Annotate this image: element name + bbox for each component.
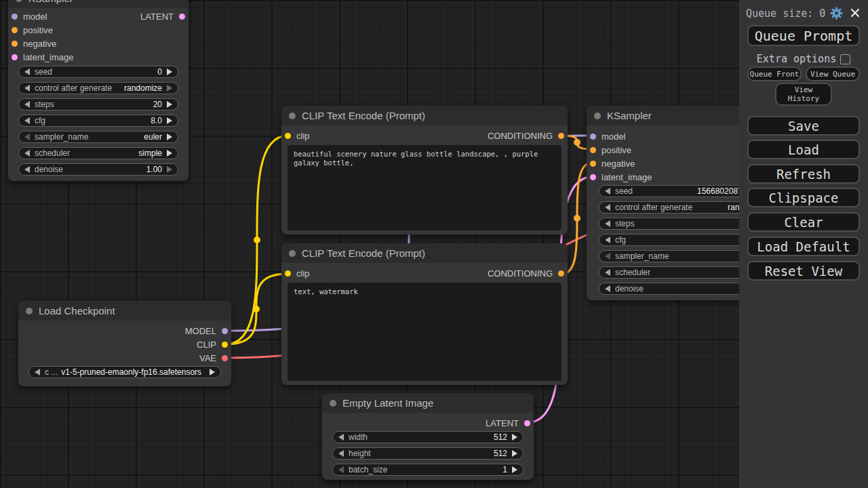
collapse-dot-icon[interactable] [289,250,296,257]
decrement-arrow-icon[interactable] [24,117,30,124]
decrement-arrow-icon[interactable] [605,253,610,260]
increment-arrow-icon[interactable] [167,117,172,124]
input-port-model[interactable] [12,14,18,20]
collapse-dot-icon[interactable] [16,0,22,2]
widget-steps[interactable]: steps 20 [18,98,178,110]
reset-view-button[interactable]: Reset View [747,261,860,281]
queue-prompt-button[interactable]: Queue Prompt [747,25,860,46]
load-default-button[interactable]: Load Default [747,237,860,256]
settings-gear-icon[interactable] [830,7,843,20]
collapse-dot-icon[interactable] [330,400,336,407]
input-port-negative[interactable] [12,41,18,47]
output-port-latent[interactable] [179,14,185,20]
close-icon[interactable] [850,7,861,18]
port-label: positive [601,145,631,155]
increment-arrow-icon[interactable] [210,369,215,375]
decrement-arrow-icon[interactable] [605,237,610,243]
decrement-arrow-icon[interactable] [605,188,610,195]
decrement-arrow-icon[interactable] [605,204,610,211]
decrement-arrow-icon[interactable] [605,285,610,292]
node-title-bar[interactable]: Empty Latent Image [322,393,534,413]
output-port-conditioning[interactable] [558,133,564,139]
prompt-textarea[interactable]: text, watermark [288,283,561,381]
output-port-latent[interactable] [524,420,530,426]
decrement-arrow-icon[interactable] [605,220,610,227]
input-port-negative[interactable] [590,161,596,167]
widget-batch-size[interactable]: batch_size 1 [332,464,524,476]
node-load-checkpoint[interactable]: Load Checkpoint MODEL CLIP VAE c ... v1-… [18,301,231,386]
widget-value: randomize [112,83,167,93]
clipspace-button[interactable]: Clipspace [747,188,860,207]
output-port-clip[interactable] [222,342,228,348]
decrement-arrow-icon[interactable] [24,166,30,173]
increment-arrow-icon[interactable] [512,466,517,473]
decrement-arrow-icon[interactable] [24,134,30,140]
widget-height[interactable]: height 512 [332,447,524,460]
node-title-bar[interactable]: CLIP Text Encode (Prompt) [281,243,568,263]
output-row-clip: CLIP [193,338,231,351]
clear-button[interactable]: Clear [747,212,860,232]
input-port-positive[interactable] [12,27,18,33]
increment-arrow-icon[interactable] [512,450,517,457]
input-port-model[interactable] [590,134,596,140]
widget-denoise[interactable]: denoise 1.00 [18,163,178,176]
decrement-arrow-icon[interactable] [338,466,344,473]
decrement-arrow-icon[interactable] [24,68,30,75]
output-port-conditioning[interactable] [558,270,564,277]
node-title-bar[interactable]: Load Checkpoint [18,301,231,321]
widget-seed[interactable]: seed 0 [18,66,178,78]
decrement-arrow-icon[interactable] [24,150,30,157]
increment-arrow-icon[interactable] [167,134,172,140]
decrement-arrow-icon[interactable] [24,101,30,108]
node-ksampler-left[interactable]: KSampler model positive negative latent_… [8,0,189,181]
widget-label: control after generate [35,83,112,93]
decrement-arrow-icon[interactable] [24,85,30,92]
queue-front-button[interactable]: Queue Front [747,66,802,81]
input-row-latent-image: latent_image [587,170,655,184]
extra-options-checkbox[interactable] [840,54,850,64]
collapse-dot-icon[interactable] [289,113,296,119]
collapse-dot-icon[interactable] [594,113,601,119]
load-button[interactable]: Load [747,140,860,159]
view-queue-button[interactable]: View Queue [806,66,860,81]
widget-width[interactable]: width 512 [332,431,524,443]
increment-arrow-icon[interactable] [167,68,172,75]
increment-arrow-icon[interactable] [167,166,172,173]
widget-ckpt-name[interactable]: c ... v1-5-pruned-emaonly-fp16.safetenso… [28,366,221,378]
node-title-bar[interactable]: CLIP Text Encode (Prompt) [281,106,568,125]
decrement-arrow-icon[interactable] [338,450,344,457]
port-label: negative [23,39,56,49]
widget-scheduler[interactable]: scheduler simple [18,147,178,159]
input-port-positive[interactable] [590,147,596,153]
increment-arrow-icon[interactable] [512,434,517,441]
widget-cfg[interactable]: cfg 8.0 [18,115,178,127]
widget-label: scheduler [35,148,70,158]
output-row-model: MODEL [182,324,231,338]
increment-arrow-icon[interactable] [167,150,172,157]
decrement-arrow-icon[interactable] [605,269,610,276]
port-label: positive [23,25,53,35]
decrement-arrow-icon[interactable] [338,434,344,441]
view-history-button[interactable]: View History [775,83,832,106]
save-button[interactable]: Save [747,116,860,136]
increment-arrow-icon[interactable] [167,85,172,92]
node-title-bar[interactable]: KSampler [8,0,189,8]
widget-sampler-name[interactable]: sampler_name euler [18,131,178,143]
decrement-arrow-icon[interactable] [35,369,40,375]
output-port-vae[interactable] [222,355,228,361]
input-port-latent-image[interactable] [590,174,596,180]
input-port-clip[interactable] [285,133,291,139]
node-clip-text-encode-positive[interactable]: CLIP Text Encode (Prompt) clip CONDITION… [281,106,568,235]
widget-control-after-generate[interactable]: control after generate randomize [18,82,178,94]
prompt-textarea[interactable]: beautiful scenery nature glass bottle la… [288,145,561,230]
output-port-model[interactable] [222,328,228,334]
refresh-button[interactable]: Refresh [747,164,860,184]
node-clip-text-encode-negative[interactable]: CLIP Text Encode (Prompt) clip CONDITION… [281,243,568,385]
link-dot [574,215,580,222]
input-port-clip[interactable] [285,270,291,277]
collapse-dot-icon[interactable] [26,308,33,314]
increment-arrow-icon[interactable] [167,101,172,108]
widget-value: 1 [387,465,512,474]
node-empty-latent-image[interactable]: Empty Latent Image LATENT width 512 heig… [322,393,534,480]
input-port-latent-image[interactable] [12,54,18,60]
